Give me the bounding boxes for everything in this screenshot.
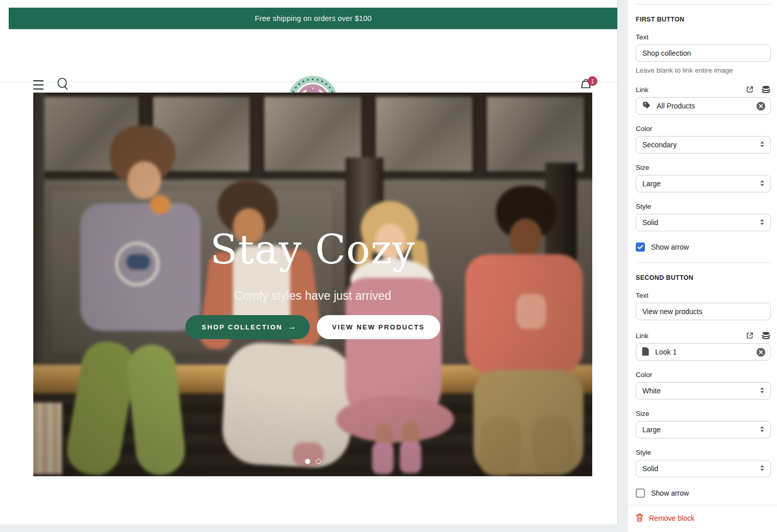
open-link-icon[interactable] (746, 85, 754, 94)
dynamic-source-icon[interactable] (761, 85, 771, 94)
search-icon[interactable] (56, 77, 70, 94)
shop-collection-button[interactable]: Shop collection → (185, 315, 310, 339)
arrow-right-icon: → (288, 322, 296, 332)
second-color-value: White (642, 387, 760, 395)
cart-count-badge: 1 (588, 76, 597, 86)
page-icon (642, 347, 650, 358)
hamburger-menu-icon[interactable] (33, 79, 45, 91)
second-size-value: Large (642, 426, 760, 434)
first-size-select[interactable]: Large (636, 175, 771, 192)
first-color-value: Secondary (642, 141, 760, 149)
shop-collection-label: Shop collection (202, 323, 283, 331)
second-show-arrow-checkbox[interactable] (636, 489, 645, 498)
carousel-dot-2[interactable] (316, 459, 321, 464)
second-text-input[interactable] (636, 303, 771, 320)
first-size-value: Large (642, 180, 760, 188)
carousel-dots (33, 459, 592, 464)
chevron-updown-icon (760, 218, 765, 227)
hero-title: Stay Cozy (33, 227, 592, 273)
second-button-heading: SECOND BUTTON (636, 274, 771, 281)
first-button-heading: FIRST BUTTON (636, 16, 771, 23)
first-text-input[interactable] (636, 45, 771, 62)
chevron-updown-icon (760, 141, 765, 149)
collection-icon (642, 101, 651, 112)
hero-vignette (33, 93, 592, 476)
first-link-value: All Products (657, 102, 750, 110)
first-text-helper: Leave blank to link entire image (636, 66, 771, 74)
announcement-bar: Free shipping on orders over $100 (9, 8, 618, 29)
remove-block-button[interactable]: Remove block (636, 513, 769, 523)
first-show-arrow-row[interactable]: Show arrow (636, 242, 771, 252)
section-divider (636, 262, 771, 263)
open-link-icon[interactable] (746, 331, 754, 340)
panel-scroll-area: FIRST BUTTON Text Leave blank to link en… (628, 0, 777, 505)
panel-footer: Remove block (628, 505, 777, 532)
first-style-select[interactable]: Solid (636, 214, 771, 231)
chevron-updown-icon (760, 426, 765, 434)
theme-editor-canvas: Free shipping on orders over $100 (0, 0, 777, 532)
clear-link-icon[interactable] (756, 101, 766, 111)
first-show-arrow-checkbox[interactable] (636, 242, 645, 252)
first-link-field[interactable]: All Products (636, 97, 771, 115)
first-style-value: Solid (642, 218, 760, 227)
second-show-arrow-label: Show arrow (651, 489, 689, 497)
block-settings-panel: FIRST BUTTON Text Leave blank to link en… (627, 0, 777, 532)
second-style-label: Style (636, 449, 771, 456)
hero-buttons: Shop collection → View new products (33, 315, 592, 339)
dynamic-source-icon[interactable] (761, 331, 771, 340)
second-style-value: Solid (642, 464, 760, 473)
second-style-select[interactable]: Solid (636, 460, 771, 477)
hero-section: Stay Cozy Comfy styles have just arrived… (33, 93, 592, 476)
chevron-updown-icon (760, 180, 765, 188)
announcement-text: Free shipping on orders over $100 (255, 14, 372, 23)
first-size-label: Size (636, 164, 771, 171)
chevron-updown-icon (760, 464, 765, 473)
second-text-label: Text (636, 292, 771, 299)
trash-icon (636, 513, 643, 523)
first-text-label: Text (636, 33, 771, 41)
second-link-field[interactable]: Look 1 (636, 343, 771, 361)
clear-link-icon[interactable] (756, 347, 766, 357)
first-show-arrow-label: Show arrow (651, 243, 689, 251)
view-new-products-button[interactable]: View new products (317, 315, 440, 339)
first-link-label: Link (636, 86, 649, 94)
first-color-select[interactable]: Secondary (636, 136, 771, 153)
hero-subtitle: Comfy styles have just arrived (33, 289, 592, 303)
second-link-value: Look 1 (655, 348, 750, 356)
panel-top-divider (636, 4, 771, 5)
second-color-label: Color (636, 371, 771, 379)
second-size-select[interactable]: Large (636, 421, 771, 438)
second-show-arrow-row[interactable]: Show arrow (636, 489, 771, 498)
storefront-preview: Free shipping on orders over $100 (0, 0, 618, 524)
first-style-label: Style (636, 203, 771, 210)
second-color-select[interactable]: White (636, 382, 771, 400)
second-size-label: Size (636, 410, 771, 417)
chevron-updown-icon (760, 387, 765, 395)
view-new-products-label: View new products (332, 323, 425, 331)
first-color-label: Color (636, 125, 771, 132)
remove-block-label: Remove block (649, 514, 695, 522)
store-header: 1 (0, 29, 618, 82)
carousel-dot-1[interactable] (305, 459, 310, 464)
second-link-label: Link (636, 332, 649, 340)
